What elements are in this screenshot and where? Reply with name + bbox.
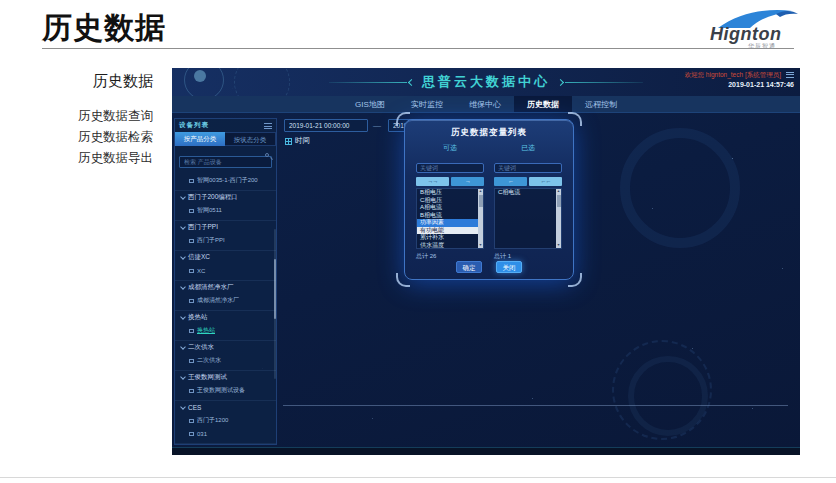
main-nav: GIS地图 实时监控 维保中心 历史数据 远程控制: [172, 96, 800, 113]
grid-icon: [285, 138, 292, 145]
device-icon: [189, 389, 194, 393]
device-tree-leaf[interactable]: 031: [175, 427, 276, 440]
device-icon: [189, 209, 194, 213]
modal-corner-bracket: [396, 273, 410, 287]
group-label: CES: [188, 404, 201, 411]
chevron-down-icon: [180, 374, 186, 380]
device-label: 智网0035-1-西门子200: [197, 176, 258, 185]
list-item[interactable]: A相电流: [417, 204, 483, 212]
slide-page: 历史数据 Hignton 华辰智通 历史数据 历史数据查询 历史数据检索 历史数…: [0, 0, 836, 483]
available-listbox: B相电压 C相电压 A相电流 B相电流 功率因素 有功电能 累计补水 供水温度 …: [416, 188, 484, 249]
device-label: 031: [197, 431, 207, 437]
device-tree-leaf[interactable]: 二次供水: [175, 354, 276, 367]
move-all-right-button[interactable]: →→: [416, 177, 449, 186]
search-icon[interactable]: [265, 153, 269, 157]
header-line-left: [329, 82, 407, 83]
watermark-gear-circle: [612, 340, 712, 440]
device-tree-group[interactable]: 换热站: [175, 310, 276, 324]
scroll-down-icon[interactable]: ▼: [556, 243, 561, 248]
device-icon: [189, 359, 194, 363]
chevron-down-icon: [180, 224, 186, 230]
device-tree-leaf[interactable]: 成都清然净水厂: [175, 294, 276, 307]
tab-realtime-monitor[interactable]: 实时监控: [398, 96, 456, 112]
device-tree-group[interactable]: 王俊数网测试: [175, 370, 276, 384]
scrollbar-thumb[interactable]: [557, 195, 561, 207]
tab-maintenance-center[interactable]: 维保中心: [456, 96, 514, 112]
move-left-button[interactable]: ←: [494, 177, 527, 186]
app-title: 思普云大数据中心: [422, 73, 550, 91]
move-right-button[interactable]: →: [451, 177, 484, 186]
device-label: 王俊数网测试设备: [197, 386, 245, 395]
tab-gis-map[interactable]: GIS地图: [342, 96, 398, 112]
list-item[interactable]: 累计补水: [417, 234, 483, 242]
device-tree-leaf-selected[interactable]: 换热站: [175, 324, 276, 337]
selected-keyword-input[interactable]: [494, 163, 562, 173]
device-tree-group[interactable]: 成都清然净水厂: [175, 280, 276, 294]
close-button[interactable]: 关闭: [496, 261, 522, 273]
confirm-button[interactable]: 确定: [456, 261, 482, 273]
tab-by-status[interactable]: 按状态分类: [225, 132, 276, 146]
scrollbar-thumb[interactable]: [479, 195, 483, 207]
list-item-highlighted[interactable]: 有功电能: [417, 227, 483, 235]
device-label: 智网0511: [197, 206, 222, 215]
device-icon: [189, 299, 194, 303]
device-tree-group[interactable]: 信捷XC: [175, 250, 276, 264]
move-all-left-button[interactable]: ←←: [529, 177, 562, 186]
list-item[interactable]: 供水温度: [417, 242, 483, 250]
device-tree-group[interactable]: CES: [175, 400, 276, 414]
device-tree-group[interactable]: 西门子PPI: [175, 220, 276, 234]
device-icon: [189, 329, 194, 333]
device-tree-group[interactable]: 西门子: [175, 443, 276, 445]
panel-scrollbar[interactable]: [274, 229, 276, 379]
modal-title: 历史数据变量列表: [405, 127, 573, 139]
list-item[interactable]: B相电流: [417, 212, 483, 220]
panel-collapse-icon[interactable]: [264, 123, 272, 129]
date-from-input[interactable]: [284, 119, 368, 132]
scroll-up-icon[interactable]: ▲: [556, 189, 561, 194]
modal-corner-bracket: [568, 273, 582, 287]
scroll-up-icon[interactable]: ▲: [478, 189, 483, 194]
app-screenshot: 思普云大数据中心 欢迎您 hignton_tech [系统管理员] 2019-0…: [172, 68, 800, 455]
decor-dot-icon: [194, 70, 206, 82]
sidebar-item-export[interactable]: 历史数据导出: [78, 150, 153, 167]
device-tree-group[interactable]: 西门子200编程口: [175, 190, 276, 204]
device-tree-leaf[interactable]: 智网0511: [175, 204, 276, 217]
date-range-separator: —: [373, 119, 381, 132]
list-item[interactable]: C相电流: [495, 189, 561, 197]
watermark-circle: [620, 128, 740, 248]
list-item[interactable]: C相电压: [417, 197, 483, 205]
device-tree-leaf[interactable]: 西门子PPI: [175, 234, 276, 247]
device-tree-leaf[interactable]: 智网0035-1-西门子200: [175, 174, 276, 187]
available-keyword-input[interactable]: [416, 163, 484, 173]
device-tree-leaf[interactable]: XC: [175, 264, 276, 277]
group-label: 二次供水: [188, 343, 214, 352]
list-item-selected[interactable]: 功率因素: [417, 219, 483, 227]
hamburger-menu-icon[interactable]: [786, 72, 794, 78]
modal-corner-bracket: [396, 112, 410, 126]
tab-history-data[interactable]: 历史数据: [514, 96, 572, 112]
app-footer-bar: [172, 447, 800, 455]
scroll-down-icon[interactable]: ▼: [478, 243, 483, 248]
group-label: 西门子PPI: [188, 223, 218, 232]
sidebar-item-query[interactable]: 历史数据查询: [78, 108, 153, 125]
sidebar-item-search[interactable]: 历史数据检索: [78, 129, 153, 146]
device-tree-group[interactable]: 二次供水: [175, 340, 276, 354]
device-search-input[interactable]: [179, 156, 272, 168]
device-panel-title: 设备列表: [179, 121, 209, 130]
list-scrollbar[interactable]: ▲ ▼: [478, 189, 483, 248]
device-tree: 智网0035-1-西门子200 西门子200编程口 智网0511 西门子PPI …: [175, 170, 276, 445]
list-item[interactable]: B相电压: [417, 189, 483, 197]
page-bottom-divider: [0, 477, 836, 478]
device-icon: [189, 179, 194, 183]
device-icon: [189, 419, 194, 423]
list-scrollbar[interactable]: ▲ ▼: [556, 189, 561, 248]
tab-by-product[interactable]: 按产品分类: [175, 132, 225, 146]
device-tree-leaf[interactable]: 西门子1200: [175, 414, 276, 427]
device-tree-leaf[interactable]: 王俊数网测试设备: [175, 384, 276, 397]
device-label: 成都清然净水厂: [197, 296, 239, 305]
group-label: 王俊数网测试: [188, 373, 227, 382]
chevron-left-icon: [408, 78, 415, 85]
table-divider: [283, 405, 788, 406]
tab-remote-control[interactable]: 远程控制: [572, 96, 630, 112]
chevron-down-icon: [180, 404, 186, 410]
